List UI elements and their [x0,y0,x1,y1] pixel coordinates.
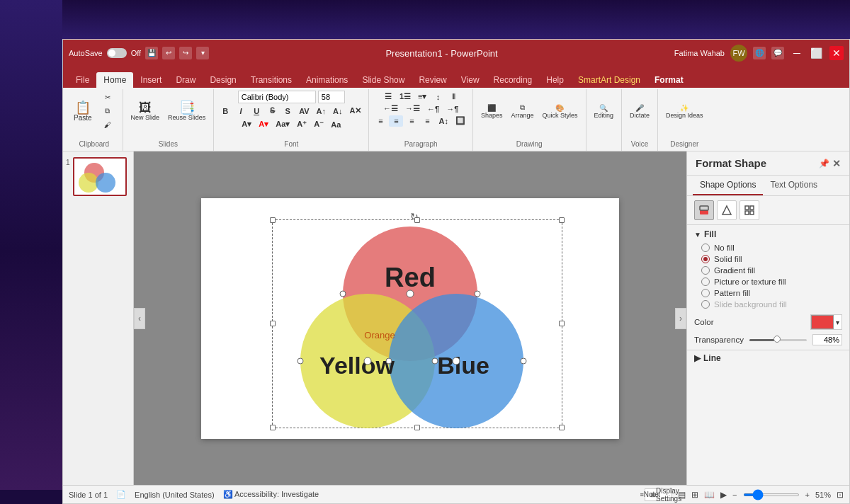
redo-icon[interactable]: ↪ [179,47,192,59]
tab-format[interactable]: Format [647,72,691,88]
font-size-aa-button[interactable]: Aa▾ [273,118,293,130]
shadow-button[interactable]: S [280,105,295,117]
tab-slideshow[interactable]: Slide Show [355,72,412,88]
transparency-input[interactable] [812,334,842,345]
tab-help[interactable]: Help [539,72,571,88]
line-header[interactable]: ▶ Line [694,353,842,363]
strikethrough-button[interactable]: S̶ [265,105,279,117]
zoom-slider[interactable] [743,493,800,496]
pattern-fill-radio[interactable] [701,289,710,297]
tab-draw[interactable]: Draw [169,72,203,88]
slide-bg-fill-option[interactable]: Slide background fill [701,300,842,309]
dictate-button[interactable]: 🎤 Dictate [626,91,653,132]
save-icon[interactable]: 💾 [145,47,158,59]
decrease-font-button[interactable]: A↓ [330,105,345,117]
close-button[interactable]: ✕ [829,46,844,60]
copy-button[interactable]: ⧉ [97,105,118,118]
justify-button[interactable]: ≡ [420,115,434,127]
accessibility-info[interactable]: ♿ Accessibility: Investigate [223,490,319,499]
highlight-button[interactable]: A▾ [239,118,254,130]
picture-fill-radio[interactable] [701,277,710,286]
panel-pin-button[interactable]: 📌 [819,159,829,168]
minimize-button[interactable]: ─ [790,46,804,60]
design-ideas-button[interactable]: ✨ Design Ideas [662,91,707,132]
tab-animations[interactable]: Animations [299,72,355,88]
size-properties-icon-btn[interactable] [740,200,759,220]
gradient-fill-option[interactable]: Gradient fill [701,266,842,275]
transparency-slider[interactable] [749,339,807,341]
bold-button[interactable]: B [218,105,232,117]
solid-fill-option[interactable]: Solid fill [701,255,842,263]
cut-button[interactable]: ✂ [97,91,118,103]
align-center-button[interactable]: ≡ [389,115,403,127]
restore-button[interactable]: ⬜ [810,46,824,60]
char-spacing-button[interactable]: AV [296,105,312,117]
tab-design[interactable]: Design [203,72,243,88]
slide-nav-right[interactable]: › [675,308,686,329]
font-color-button[interactable]: A▾ [256,118,271,130]
tab-recording[interactable]: Recording [487,72,540,88]
slide-nav-left[interactable]: ‹ [134,308,145,329]
smartart-convert-button[interactable]: 🔲 [453,115,468,127]
tab-file[interactable]: File [69,72,96,88]
align-left-button[interactable]: ≡ [373,115,387,127]
picture-fill-option[interactable]: Picture or texture fill [701,277,842,286]
color-dropdown-arrow[interactable]: ▾ [834,319,842,326]
tab-home[interactable]: Home [96,72,133,88]
fill-line-icon-btn[interactable] [694,200,714,220]
font-size-input[interactable] [318,91,345,103]
handle-mr[interactable] [559,321,565,326]
multilevel-button[interactable]: ≡▾ [415,91,429,103]
tab-transitions[interactable]: Transitions [244,72,299,88]
numbering-button[interactable]: 1☰ [397,91,414,103]
gradient-fill-radio[interactable] [701,266,710,275]
increase-font-button[interactable]: A↑ [314,105,329,117]
align-right-button[interactable]: ≡ [404,115,419,127]
slide-canvas[interactable]: ↻ [201,198,619,439]
ltr-button[interactable]: →¶ [443,103,461,115]
slide-1-thumbnail[interactable] [73,157,127,196]
font-name-input[interactable] [238,91,316,103]
color-picker-button[interactable]: ▾ [810,314,842,330]
zoom-in-button[interactable]: + [805,491,810,499]
customize-icon[interactable]: ▾ [196,47,209,59]
view-slideshow-button[interactable]: ▶ [720,490,727,500]
fit-slide-button[interactable]: ⊡ [837,490,844,500]
underline-button[interactable]: U [249,105,264,117]
zoom-out-button[interactable]: − [732,491,737,499]
avatar[interactable]: FW [730,45,747,62]
view-normal-button[interactable]: ▤ [678,490,686,500]
paste-button[interactable]: 📋 Paste [70,91,96,132]
line-spacing-button[interactable]: ↕ [431,91,445,103]
format-painter-button[interactable]: 🖌 [97,119,118,131]
slide-bg-fill-radio[interactable] [701,300,710,309]
zoom-level[interactable]: 51% [815,491,831,499]
change-case-button[interactable]: Aa [328,119,344,130]
tab-insert[interactable]: Insert [133,72,169,88]
shapes-button[interactable]: ⬛ Shapes [477,91,506,132]
text-direction-button[interactable]: A↕ [436,115,450,127]
tab-view[interactable]: View [454,72,487,88]
handle-tr[interactable] [559,217,565,223]
tab-smartart[interactable]: SmartArt Design [571,72,647,88]
slider-thumb[interactable] [774,336,781,343]
quick-styles-button[interactable]: 🎨 Quick Styles [538,91,581,132]
panel-close-button[interactable]: ✕ [832,158,841,169]
display-settings-button[interactable]: ⊞ Display Settings [659,488,672,501]
columns-button[interactable]: ⫴ [446,91,460,103]
view-reading-button[interactable]: 📖 [704,490,715,500]
shrink-font-button[interactable]: A⁻ [311,118,327,130]
clear-format-button[interactable]: A✕ [347,105,365,117]
new-slide-button[interactable]: 🖼 New Slide [128,91,164,132]
italic-button[interactable]: I [234,105,248,117]
globe-icon[interactable]: 🌐 [753,47,766,59]
no-fill-radio[interactable] [701,244,710,252]
solid-fill-radio[interactable] [701,255,710,263]
tab-text-options[interactable]: Text Options [763,176,824,195]
comments-icon[interactable]: 💬 [771,47,784,59]
rtl-button[interactable]: ←¶ [424,103,442,115]
bullets-button[interactable]: ☰ [381,91,395,103]
autosave-toggle[interactable] [107,48,127,58]
reuse-slides-button[interactable]: 📑 Reuse Slides [164,91,209,132]
editing-button[interactable]: 🔍 Editing [591,91,618,132]
